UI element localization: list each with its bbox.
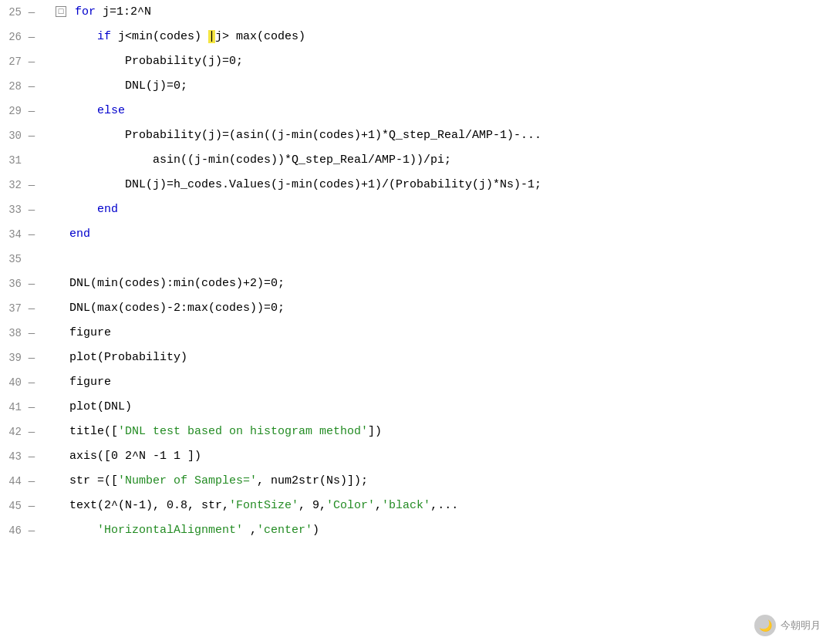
line-content: plot(DNL) xyxy=(39,395,833,420)
line-dash: — xyxy=(25,420,39,444)
line-number: 31 xyxy=(0,148,25,173)
line-content: □ for j=1:2^N xyxy=(39,0,833,25)
line-content: Probability(j)=(asin((j-min(codes)+1)*Q_… xyxy=(39,123,833,148)
line-content: text(2^(N-1), 0.8, str,'FontSize', 9,'Co… xyxy=(39,494,833,518)
code-token: 'center' xyxy=(257,524,312,537)
code-line: 41— plot(DNL) xyxy=(0,395,833,420)
line-number: 45 xyxy=(0,494,25,518)
code-token: , num2str(Ns)]); xyxy=(257,474,368,487)
line-content: figure xyxy=(39,321,833,346)
line-content: asin((j-min(codes))*Q_step_Real/AMP-1))/… xyxy=(39,148,833,173)
line-dash: — xyxy=(25,49,39,74)
code-line: 25— □ for j=1:2^N xyxy=(0,0,833,25)
code-token: , xyxy=(375,499,382,512)
code-token: asin((j-min(codes))*Q_step_Real/AMP-1))/… xyxy=(42,153,451,167)
code-token: end xyxy=(69,228,90,241)
line-dash: — xyxy=(25,99,39,123)
line-dash: — xyxy=(25,296,39,321)
line-number: 30 xyxy=(0,123,25,148)
code-token: figure xyxy=(42,376,111,389)
line-number: 29 xyxy=(0,99,25,123)
line-content: 'HorizontalAlignment' ,'center') xyxy=(39,518,833,543)
line-dash: — xyxy=(25,222,39,247)
line-dash: — xyxy=(25,173,39,197)
code-token: if xyxy=(97,30,111,43)
code-line: 43— axis([0 2^N -1 1 ]) xyxy=(0,444,833,469)
line-dash: — xyxy=(25,346,39,370)
line-dash: — xyxy=(25,74,39,99)
line-dash: — xyxy=(25,370,39,395)
line-number: 26 xyxy=(0,25,25,49)
line-number: 28 xyxy=(0,74,25,99)
watermark-icon: 🌙 xyxy=(754,615,776,636)
code-container: 25— □ for j=1:2^N26— if j<min(codes) |j>… xyxy=(0,0,833,644)
code-token: 'FontSize' xyxy=(229,499,298,512)
code-line: 44— str =(['Number of Samples=', num2str… xyxy=(0,469,833,494)
watermark: 🌙 今朝明月 xyxy=(754,615,821,636)
code-token: ,... xyxy=(430,499,458,512)
code-token: , xyxy=(243,524,257,537)
code-token: 'Number of Samples=' xyxy=(118,474,257,487)
line-number: 46 xyxy=(0,518,25,543)
line-number: 41 xyxy=(0,395,25,420)
code-token: Probability(j)=(asin((j-min(codes)+1)*Q_… xyxy=(42,129,541,142)
line-dash: — xyxy=(25,271,39,296)
code-token xyxy=(42,30,97,43)
line-number: 27 xyxy=(0,49,25,74)
watermark-text: 今朝明月 xyxy=(781,619,821,632)
line-content: end xyxy=(39,197,833,222)
code-line: 38— figure xyxy=(0,321,833,346)
line-content: if j<min(codes) |j> max(codes) xyxy=(39,25,833,49)
code-token: axis([0 2^N -1 1 ]) xyxy=(42,450,201,463)
code-line: 28— DNL(j)=0; xyxy=(0,74,833,99)
line-dash: — xyxy=(25,444,39,469)
line-number: 36 xyxy=(0,271,25,296)
line-content: else xyxy=(39,99,833,123)
code-line: 35 xyxy=(0,247,833,271)
line-content: axis([0 2^N -1 1 ]) xyxy=(39,444,833,469)
line-dash: — xyxy=(25,395,39,420)
code-token: plot(DNL) xyxy=(42,400,132,413)
collapse-icon[interactable]: □ xyxy=(56,6,66,17)
code-token: ]) xyxy=(368,425,382,438)
line-number: 25 xyxy=(0,0,25,25)
code-token: else xyxy=(97,104,125,117)
code-token: DNL(min(codes):min(codes)+2)=0; xyxy=(42,277,285,290)
line-content: DNL(min(codes):min(codes)+2)=0; xyxy=(39,271,833,296)
line-number: 42 xyxy=(0,420,25,444)
code-line: 42— title(['DNL test based on histogram … xyxy=(0,420,833,444)
code-token: j<min(codes) xyxy=(111,30,208,43)
code-token: j=1:2^N xyxy=(96,5,151,19)
line-dash: — xyxy=(25,0,39,25)
code-line: 46— 'HorizontalAlignment' ,'center') xyxy=(0,518,833,543)
line-number: 37 xyxy=(0,296,25,321)
code-token: text(2^(N-1), 0.8, str, xyxy=(42,499,229,512)
code-token: , 9, xyxy=(298,499,326,512)
line-content: end xyxy=(39,222,833,247)
line-content: DNL(j)=h_codes.Values(j-min(codes)+1)/(P… xyxy=(39,173,833,197)
code-token: Probability(j)=0; xyxy=(42,55,243,68)
line-content: title(['DNL test based on histogram meth… xyxy=(39,420,833,444)
line-number: 39 xyxy=(0,346,25,370)
code-line: 27— Probability(j)=0; xyxy=(0,49,833,74)
code-token: 'Color' xyxy=(326,499,375,512)
line-dash: — xyxy=(25,197,39,222)
line-dash: — xyxy=(25,469,39,494)
line-content: str =(['Number of Samples=', num2str(Ns)… xyxy=(39,469,833,494)
line-number: 43 xyxy=(0,444,25,469)
line-dash: — xyxy=(25,321,39,346)
line-number: 44 xyxy=(0,469,25,494)
code-token: figure xyxy=(42,326,111,339)
line-dash: — xyxy=(25,25,39,49)
code-token: 'DNL test based on histogram method' xyxy=(118,425,368,438)
code-line: 29— else xyxy=(0,99,833,123)
code-line: 39— plot(Probability) xyxy=(0,346,833,370)
code-line: 30— Probability(j)=(asin((j-min(codes)+1… xyxy=(0,123,833,148)
line-number: 32 xyxy=(0,173,25,197)
line-content: DNL(max(codes)-2:max(codes))=0; xyxy=(39,296,833,321)
code-line: 26— if j<min(codes) |j> max(codes) xyxy=(0,25,833,49)
code-token: DNL(max(codes)-2:max(codes))=0; xyxy=(42,302,285,315)
code-line: 31 asin((j-min(codes))*Q_step_Real/AMP-1… xyxy=(0,148,833,173)
code-token: j> max(codes) xyxy=(215,30,305,43)
code-token: DNL(j)=h_codes.Values(j-min(codes)+1)/(P… xyxy=(42,178,541,191)
